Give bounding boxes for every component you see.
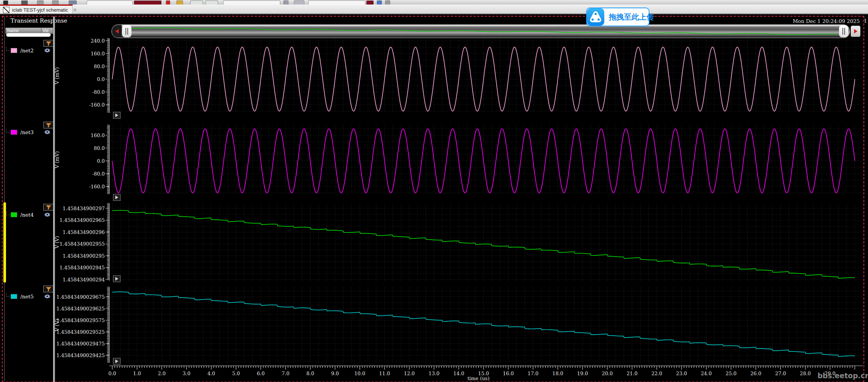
x-tick-label: 2.0 xyxy=(158,371,166,376)
x-tick-label: 26.0 xyxy=(750,371,761,376)
x-tick-label: 24.0 xyxy=(701,371,712,376)
y-axis xyxy=(105,203,109,281)
x-tick-label: 28.0 xyxy=(800,371,811,376)
x-tick-label: 13.0 xyxy=(429,371,440,376)
netdisk-cloud-icon xyxy=(587,8,604,26)
y-tick-label: 1.45843490029525 xyxy=(57,329,105,335)
x-tick-label: 4.0 xyxy=(207,371,215,376)
x-tick-label: 10.0 xyxy=(355,371,365,376)
y-tick-label: 1.45843490029575 xyxy=(57,318,105,323)
y-tick-label: 80.0 xyxy=(94,145,105,151)
y-tick-label: 1.45843490029475 xyxy=(57,341,105,347)
x-tick-label: 22.0 xyxy=(651,371,662,376)
x-tick-label: 27.0 xyxy=(775,371,786,376)
y-axis xyxy=(105,287,109,363)
y-tick-label: 0.0 xyxy=(97,158,105,164)
x-tick-label: 25.0 xyxy=(726,371,737,376)
strip-expand-button[interactable] xyxy=(113,112,121,119)
x-axis-title: time (us) xyxy=(468,376,490,381)
scrollbar-right-grip[interactable] xyxy=(839,25,848,37)
play-icon xyxy=(115,113,118,117)
strip-expand-button[interactable] xyxy=(113,275,121,282)
x-tick-label: 19.0 xyxy=(577,371,588,376)
y-axis-title: V (V) xyxy=(54,236,60,249)
upload-label: 拖拽至此上传 xyxy=(609,12,654,22)
watermark: bbs.eetop.cn xyxy=(818,371,868,380)
overview-trace-line xyxy=(131,28,837,35)
y-axis-title: V (mV) xyxy=(54,151,60,168)
x-tick-label: 1.0 xyxy=(133,371,141,376)
play-icon xyxy=(115,359,118,363)
y-axis-title: V (mV) xyxy=(54,67,60,84)
trace-/net4[interactable] xyxy=(112,210,855,278)
x-tick-label: 21.0 xyxy=(627,371,637,376)
x-tick-label: 6.0 xyxy=(257,371,265,376)
x-tick-label: 7.0 xyxy=(282,371,290,376)
y-tick-label: 1.4584349002955 xyxy=(60,241,105,247)
strip-expand-button[interactable] xyxy=(113,358,121,365)
right-arrow-icon xyxy=(854,29,857,34)
y-tick-label: 160.0 xyxy=(91,133,105,138)
y-tick-label: -160.0 xyxy=(89,184,105,189)
upload-drop-target[interactable]: 拖拽至此上传 xyxy=(586,8,649,26)
x-tick-label: 3.0 xyxy=(183,371,191,376)
y-tick-label: 240.0 xyxy=(91,38,105,44)
grid xyxy=(110,287,863,363)
x-tick-label: 11.0 xyxy=(379,371,390,376)
y-axis-title: V (V) xyxy=(54,319,60,332)
x-tick-label: 8.0 xyxy=(306,371,314,376)
y-tick-label: 80.0 xyxy=(94,64,105,69)
y-tick-label: 1.4584349002945 xyxy=(60,265,105,270)
y-tick-label: 1.45843490029425 xyxy=(57,353,105,358)
y-axis xyxy=(105,125,109,194)
play-icon xyxy=(115,196,118,199)
x-tick-label: 16.0 xyxy=(503,371,514,376)
y-tick-label: 1.45843490029675 xyxy=(57,294,105,300)
y-tick-label: 1.458434900295 xyxy=(63,253,105,259)
x-axis xyxy=(109,366,863,370)
x-tick-label: 18.0 xyxy=(552,371,563,376)
overview-trace xyxy=(112,25,850,38)
trace-/net5[interactable] xyxy=(112,292,855,357)
y-tick-label: 1.458434900297 xyxy=(63,206,105,211)
y-tick-label: 0.0 xyxy=(97,76,105,82)
x-tick-label: 0.0 xyxy=(108,371,116,376)
y-tick-label: -160.0 xyxy=(89,102,105,108)
y-tick-label: 1.458434900294 xyxy=(63,277,105,283)
play-icon xyxy=(115,277,118,281)
scroll-right-button[interactable] xyxy=(851,26,860,37)
y-tick-label: 1.45843490029625 xyxy=(57,306,105,312)
x-tick-label: 9.0 xyxy=(331,371,339,376)
y-tick-label: 1.4584349002965 xyxy=(60,217,105,223)
y-axis xyxy=(105,38,109,113)
y-tick-label: 160.0 xyxy=(91,51,105,57)
x-tick-label: 17.0 xyxy=(527,371,538,376)
trace-/net3[interactable] xyxy=(112,129,855,193)
strip-expand-button[interactable] xyxy=(113,194,121,201)
waveform-canvas[interactable]: 240.0160.080.00.0-80.0-160.0V (mV)160.08… xyxy=(0,0,868,382)
overview-scrollbar[interactable] xyxy=(112,24,850,38)
y-tick-label: -80.0 xyxy=(92,89,105,95)
x-tick-label: 14.0 xyxy=(453,371,464,376)
x-tick-label: 5.0 xyxy=(232,371,240,376)
x-tick-label: 20.0 xyxy=(602,371,613,376)
y-tick-label: 1.458434900296 xyxy=(63,229,105,235)
x-tick-label: 23.0 xyxy=(676,371,687,376)
x-tick-label: 12.0 xyxy=(404,371,415,376)
y-tick-label: -80.0 xyxy=(92,171,105,177)
